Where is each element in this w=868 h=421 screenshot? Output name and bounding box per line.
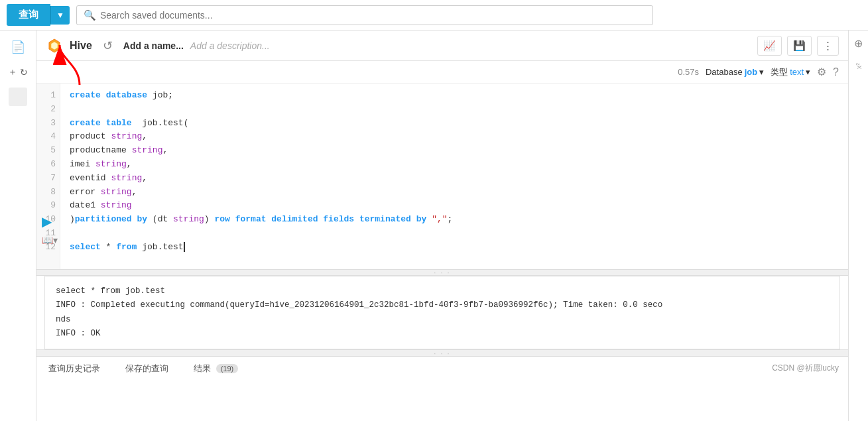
code-editor: 1 2 3 4 5 6 7 8 9 10 11 12 create databa… xyxy=(36,84,848,269)
add-name-placeholder[interactable]: Add a name... xyxy=(123,40,184,51)
type-selector[interactable]: 类型 text ▾ xyxy=(771,66,810,78)
refresh-icon: ↻ xyxy=(20,67,28,78)
tab-query-history[interactable]: 查询历史记录 xyxy=(46,361,103,376)
query-dropdown-button[interactable]: ▼ xyxy=(50,6,70,25)
editor-title: Hive xyxy=(70,40,92,52)
right-sidebar: ⊕ x² xyxy=(848,30,868,421)
results-area: select * from job.test INFO : Completed … xyxy=(44,276,840,349)
right-settings-icon[interactable]: ⊕ xyxy=(854,37,863,50)
more-button[interactable]: ⋮ xyxy=(817,36,839,56)
query-button[interactable]: 查询 xyxy=(7,4,50,26)
sidebar-add-row[interactable]: ＋ ↻ xyxy=(8,66,28,78)
database-label: Database xyxy=(706,67,743,77)
settings-icon[interactable]: ⚙ xyxy=(817,66,826,78)
book-button[interactable]: 📖▾ xyxy=(42,235,58,245)
database-dropdown-icon: ▾ xyxy=(759,67,764,77)
result-line-4: INFO : OK xyxy=(56,327,829,341)
add-desc-placeholder[interactable]: Add a description... xyxy=(190,40,270,51)
bottom-tabs: 查询历史记录 保存的查询 结果 (19) CSDN @祈愿lucky xyxy=(36,356,848,380)
editor-split: 1 2 3 4 5 6 7 8 9 10 11 12 create databa… xyxy=(36,84,848,421)
editor-container: Hive ↺ Add a name... Add a description..… xyxy=(36,30,848,421)
database-value: job xyxy=(745,67,758,77)
execution-time: 0.57s xyxy=(678,67,699,77)
tab-results[interactable]: 结果 (19) xyxy=(191,361,241,376)
plus-icon: ＋ xyxy=(8,66,17,78)
type-dropdown-icon: ▾ xyxy=(806,67,810,77)
type-value: text xyxy=(790,67,804,77)
undo-button[interactable]: ↺ xyxy=(99,37,117,54)
editor-header: Hive ↺ Add a name... Add a description..… xyxy=(36,30,848,61)
result-line-3: nds xyxy=(56,313,829,327)
search-bar: 🔍 xyxy=(76,5,653,25)
help-icon[interactable]: ? xyxy=(833,66,839,78)
right-label: x² xyxy=(855,63,863,69)
code-content[interactable]: create database job; create table job.te… xyxy=(60,84,848,269)
tab-saved-queries[interactable]: 保存的查询 xyxy=(123,361,171,376)
main-area: 📄 ＋ ↻ Hive ↺ Add a name... Add a xyxy=(0,30,868,421)
left-sidebar: 📄 ＋ ↻ xyxy=(0,30,36,421)
search-input[interactable] xyxy=(100,10,646,21)
watermark: CSDN @祈愿lucky xyxy=(772,363,839,374)
database-selector[interactable]: Database job ▾ xyxy=(706,67,764,77)
query-btn-group: 查询 ▼ xyxy=(7,4,70,26)
toolbar-row: 0.57s Database job ▾ 类型 text ▾ ⚙ ? xyxy=(36,61,848,84)
sidebar-preview xyxy=(9,88,27,106)
resize-handle[interactable]: · · · xyxy=(36,269,848,276)
results-count: (19) xyxy=(216,364,239,373)
type-label: 类型 xyxy=(771,66,788,78)
hive-icon xyxy=(46,37,63,54)
result-line-1: select * from job.test xyxy=(56,284,829,298)
chart-button[interactable]: 📈 xyxy=(757,36,782,56)
search-icon: 🔍 xyxy=(84,9,96,21)
top-bar: 查询 ▼ 🔍 xyxy=(0,0,868,30)
save-button[interactable]: 💾 xyxy=(787,36,812,56)
sidebar-documents-icon[interactable]: 📄 xyxy=(8,37,28,57)
run-button[interactable]: ▶ xyxy=(42,213,52,229)
result-line-2: INFO : Completed executing command(query… xyxy=(56,298,829,312)
results-resize-handle[interactable]: · · · xyxy=(36,349,848,356)
header-right-actions: 📈 💾 ⋮ xyxy=(757,36,839,56)
